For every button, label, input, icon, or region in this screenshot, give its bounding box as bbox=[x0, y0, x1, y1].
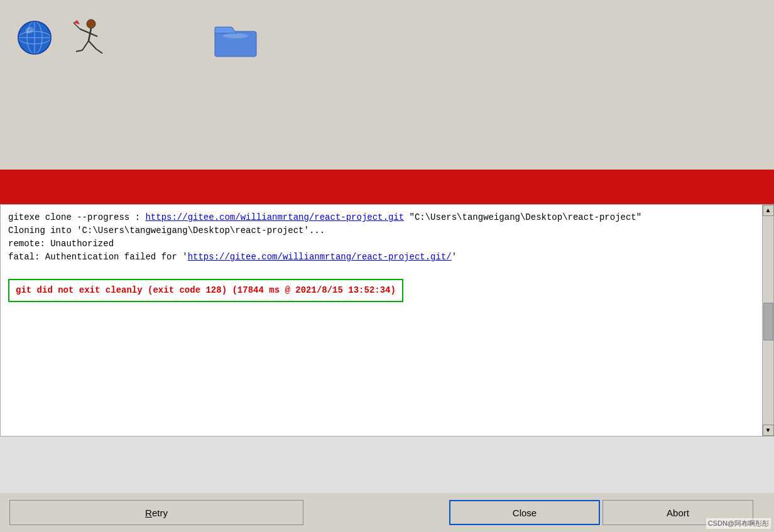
log-line-3: remote: Unauthorized bbox=[8, 237, 755, 251]
svg-line-9 bbox=[80, 29, 89, 33]
error-box: git did not exit cleanly (exit code 128)… bbox=[8, 279, 403, 302]
log-line4-link[interactable]: https://gitee.com/willianmrtang/react-pr… bbox=[188, 252, 452, 262]
log-line1-link[interactable]: https://gitee.com/willianmrtang/react-pr… bbox=[145, 212, 404, 222]
log-line-4: fatal: Authentication failed for 'https:… bbox=[8, 251, 755, 264]
svg-point-18 bbox=[223, 33, 248, 38]
log-line1-suffix: "C:\Users\tangweigang\Desktop\react-proj… bbox=[404, 212, 641, 222]
svg-line-14 bbox=[96, 49, 102, 53]
svg-point-7 bbox=[87, 19, 95, 28]
globe-icon[interactable] bbox=[16, 19, 53, 57]
close-button[interactable]: Close bbox=[449, 500, 600, 525]
person-icon[interactable] bbox=[69, 19, 107, 57]
retry-button[interactable]: Retry bbox=[9, 500, 303, 525]
folder-icon[interactable] bbox=[214, 19, 258, 63]
scroll-down-button[interactable]: ▼ bbox=[763, 425, 774, 436]
svg-line-8 bbox=[89, 28, 91, 41]
svg-line-11 bbox=[82, 41, 89, 50]
desktop-area bbox=[0, 0, 774, 170]
button-row: Retry Close Abort bbox=[0, 493, 774, 532]
svg-line-13 bbox=[76, 50, 82, 52]
retry-label: Retry bbox=[145, 508, 168, 518]
scrollbar[interactable]: ▲ ▼ bbox=[762, 205, 773, 436]
scroll-up-button[interactable]: ▲ bbox=[763, 205, 774, 216]
progress-bar bbox=[0, 170, 774, 204]
svg-line-12 bbox=[89, 41, 96, 49]
log-line4-suffix: ' bbox=[452, 252, 457, 262]
log-line4-prefix: fatal: Authentication failed for ' bbox=[8, 252, 188, 262]
log-area-wrapper: gitexe clone --progress : https://gitee.… bbox=[0, 204, 774, 437]
log-line-2: Cloning into 'C:\Users\tangweigang\Deskt… bbox=[8, 224, 755, 237]
abort-label: Abort bbox=[667, 508, 689, 518]
close-label: Close bbox=[513, 508, 537, 518]
error-message: git did not exit cleanly (exit code 128)… bbox=[16, 285, 396, 295]
log-content: gitexe clone --progress : https://gitee.… bbox=[1, 205, 762, 436]
scrollbar-thumb[interactable] bbox=[763, 303, 773, 340]
watermark: CSDN@阿布啊彤彤 bbox=[706, 518, 771, 529]
log-line1-prefix: gitexe clone --progress : bbox=[8, 212, 145, 222]
log-line-1: gitexe clone --progress : https://gitee.… bbox=[8, 211, 755, 224]
